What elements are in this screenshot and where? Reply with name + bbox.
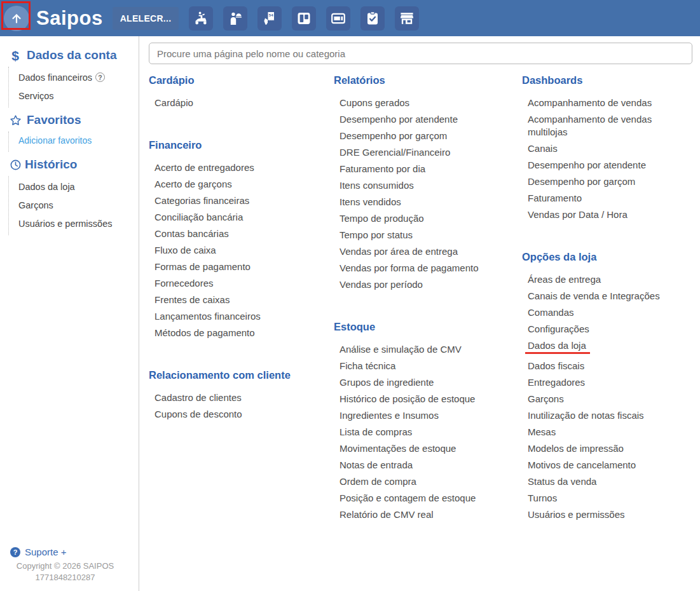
menu-item[interactable]: Acerto de entregadores xyxy=(149,160,334,176)
menu-item[interactable]: Entregadores xyxy=(522,374,692,391)
menu-item[interactable]: Inutilização de notas fiscais xyxy=(522,407,692,424)
sidebar-section-favorites[interactable]: Favoritos xyxy=(0,107,139,132)
help-circle-icon[interactable]: ? xyxy=(95,72,105,82)
sidebar-section-history[interactable]: Histórico xyxy=(0,152,139,176)
menu-item[interactable]: Desempenho por atendente xyxy=(522,157,692,173)
kanban-board-icon[interactable] xyxy=(292,6,316,31)
menu-item[interactable]: Tempo por status xyxy=(334,227,522,243)
menu-item[interactable]: Desempenho por garçom xyxy=(522,173,692,190)
menu-item[interactable]: Cupons gerados xyxy=(334,95,522,111)
section-items: Cadastro de clientesCupons de desconto xyxy=(149,390,334,423)
clipboard-check-icon[interactable] xyxy=(360,6,385,31)
top-header-bar: Saipos ALELECR... 54 xyxy=(0,0,700,36)
menu-item[interactable]: Relatório de CMV real xyxy=(334,506,522,523)
back-to-top-button[interactable] xyxy=(4,6,29,31)
menu-item[interactable]: Cadastro de clientes xyxy=(149,390,334,406)
menu-item[interactable]: Ficha técnica xyxy=(334,358,522,374)
menu-item[interactable]: Modelos de impressão xyxy=(522,440,692,457)
menu-item[interactable]: Cardápio xyxy=(149,95,334,111)
add-favorites-link[interactable]: Adicionar favoritos xyxy=(18,133,139,149)
menu-item[interactable]: Acompanhamento de vendas xyxy=(522,95,692,111)
waiter-tray-icon[interactable] xyxy=(223,6,247,31)
sidebar-item[interactable]: Serviços ? xyxy=(18,86,139,105)
menu-item[interactable]: Grupos de ingrediente xyxy=(334,374,522,391)
menu-columns: Cardápio Cardápio Financeiro Acerto de e… xyxy=(149,74,692,551)
menu-item[interactable]: Fluxo de caixa xyxy=(149,242,334,259)
menu-item[interactable]: Motivos de cancelamento xyxy=(522,457,692,473)
sidebar-item[interactable]: Dados financeiros ? xyxy=(18,68,139,86)
menu-item[interactable]: Canais xyxy=(522,140,692,157)
menu-item[interactable]: Notas de entrada xyxy=(334,457,522,473)
store-selector-button[interactable]: ALELECR... xyxy=(113,7,179,30)
menu-item[interactable]: Áreas de entrega xyxy=(522,271,692,288)
menu-item[interactable]: Fornecedores xyxy=(149,275,334,292)
section-title[interactable]: Relacionamento com cliente xyxy=(149,369,334,381)
section-title[interactable]: Relatórios xyxy=(334,74,522,86)
sidebar-item[interactable]: Usuários e permissões xyxy=(18,214,139,233)
menu-item[interactable]: Histórico de posição de estoque xyxy=(334,391,522,407)
menu-item[interactable]: Vendas por forma de pagamento xyxy=(334,260,522,276)
menu-item[interactable]: Status da venda xyxy=(522,473,692,490)
menu-item[interactable]: DRE Gerencial/Financeiro xyxy=(334,144,522,161)
delivery-scooter-icon[interactable] xyxy=(189,6,213,31)
sidebar-section-account[interactable]: $ Dados da conta xyxy=(0,43,139,67)
menu-item[interactable]: Posição e contagem de estoque xyxy=(334,490,522,506)
menu-item[interactable]: Turnos xyxy=(522,490,692,506)
menu-item[interactable]: Faturamento xyxy=(522,190,692,207)
menu-item[interactable]: Ingredientes e Insumos xyxy=(334,407,522,424)
menu-item[interactable]: Formas de pagamento xyxy=(149,259,334,275)
menu-item[interactable]: Tempo de produção xyxy=(334,210,522,227)
section-items: Cardápio xyxy=(149,95,334,111)
menu-item[interactable]: Conciliação bancária xyxy=(149,209,334,226)
section-relatorios: Relatórios Cupons geradosDesempenho por … xyxy=(334,74,522,293)
menu-item[interactable]: Desempenho por garçom xyxy=(334,128,522,144)
menu-item[interactable]: Contas bancárias xyxy=(149,226,334,242)
section-title[interactable]: Dashboards xyxy=(522,74,692,86)
menu-item[interactable]: Frentes de caixas xyxy=(149,292,334,308)
menu-item[interactable]: Comandas xyxy=(522,304,692,321)
menu-item[interactable]: Canais de venda e Integrações xyxy=(522,288,692,304)
menu-item[interactable]: Acerto de garçons xyxy=(149,176,334,193)
menu-item[interactable]: Vendas por área de entrega xyxy=(334,243,522,260)
menu-item[interactable]: Lançamentos financeiros xyxy=(149,308,334,325)
section-title[interactable]: Financeiro xyxy=(149,139,334,151)
sidebar-item[interactable]: Garçons xyxy=(18,196,139,214)
menu-item[interactable]: Itens vendidos xyxy=(334,194,522,210)
account-items: Dados financeiros ? Serviços ? xyxy=(8,67,139,107)
svg-text:54: 54 xyxy=(269,13,273,17)
menu-item[interactable]: Configurações xyxy=(522,321,692,337)
section-title[interactable]: Cardápio xyxy=(149,74,334,86)
menu-item[interactable]: Dados da loja xyxy=(522,337,692,358)
menu-item[interactable]: Mesas xyxy=(522,424,692,440)
menu-item[interactable]: Vendas por período xyxy=(334,276,522,293)
menu-item[interactable]: Garçons xyxy=(522,391,692,407)
menu-item[interactable]: Faturamento por dia xyxy=(334,161,522,177)
section-items: Áreas de entregaCanais de venda e Integr… xyxy=(522,271,692,523)
menu-item[interactable]: Métodos de pagamento xyxy=(149,325,334,341)
menu-item[interactable]: Dados fiscais xyxy=(522,358,692,374)
support-link[interactable]: ? Suporte + xyxy=(0,547,139,557)
section-title[interactable]: Estoque xyxy=(334,321,522,333)
menu-column-2: Relatórios Cupons geradosDesempenho por … xyxy=(334,74,522,551)
pos-display-icon[interactable] xyxy=(326,6,350,31)
menu-item[interactable]: Lista de compras xyxy=(334,424,522,440)
search-input[interactable] xyxy=(149,43,692,64)
menu-item[interactable]: Acompanhamento de vendas multilojas xyxy=(522,111,663,140)
section-financeiro: Financeiro Acerto de entregadoresAcerto … xyxy=(149,139,334,341)
section-relacionamento: Relacionamento com cliente Cadastro de c… xyxy=(149,369,334,423)
menu-item[interactable]: Categorias financeiras xyxy=(149,193,334,209)
menu-item[interactable]: Usuários e permissões xyxy=(522,506,692,523)
storefront-icon[interactable] xyxy=(395,6,419,31)
menu-item[interactable]: Ordem de compra xyxy=(334,473,522,490)
menu-item[interactable]: Análise e simulação de CMV xyxy=(334,341,522,358)
menu-item[interactable]: Itens consumidos xyxy=(334,177,522,194)
section-title[interactable]: Opções da loja xyxy=(522,251,692,263)
menu-item[interactable]: Vendas por Data / Hora xyxy=(522,207,692,223)
sidebar-item[interactable]: Dados da loja xyxy=(18,177,139,196)
queue-ticket-icon[interactable]: 54 xyxy=(257,6,282,31)
sidebar-section-title: Histórico xyxy=(25,158,77,172)
support-label: Suporte + xyxy=(25,547,66,557)
menu-item[interactable]: Movimentações de estoque xyxy=(334,440,522,457)
menu-item[interactable]: Desempenho por atendente xyxy=(334,111,522,128)
menu-item[interactable]: Cupons de desconto xyxy=(149,406,334,423)
